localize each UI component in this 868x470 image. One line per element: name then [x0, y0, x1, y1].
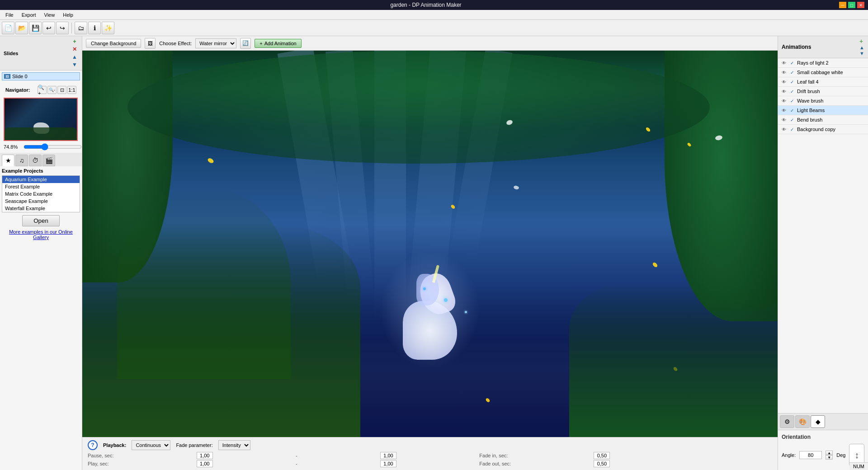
- anim-name: Bend brush: [797, 117, 865, 122]
- delete-slide-button[interactable]: ✕: [71, 46, 78, 53]
- right-tab-settings[interactable]: ⚙: [780, 415, 794, 428]
- reset-zoom-button[interactable]: 1:1: [67, 86, 76, 94]
- new-button[interactable]: 📄: [2, 22, 14, 34]
- fit-button[interactable]: ⊡: [57, 86, 66, 94]
- example-item-aquarium[interactable]: Aquarium Example: [2, 176, 80, 183]
- toolbar-separator: [71, 23, 72, 33]
- pause-from-input[interactable]: [197, 452, 213, 459]
- visibility-icon[interactable]: 👁: [781, 108, 787, 113]
- menu-bar: File Export View Help: [0, 10, 868, 20]
- angle-down-button[interactable]: ▼: [826, 455, 833, 460]
- example-section: Example Projects Aquarium Example Forest…: [0, 166, 82, 470]
- project-info-button[interactable]: 🗂: [75, 22, 87, 34]
- right-panel: Animations + ▲ ▼ 👁 ✓ Rays of light 2 👁 ✓…: [778, 36, 868, 470]
- anim-item-lightbeams[interactable]: 👁 ✓ Light Beams: [778, 106, 868, 115]
- choose-effect-label: Choose Effect:: [159, 41, 192, 46]
- minimize-button[interactable]: ─: [839, 2, 846, 8]
- right-tab-color[interactable]: 🎨: [795, 415, 810, 428]
- check-icon[interactable]: ✓: [789, 60, 795, 66]
- close-button[interactable]: ✕: [857, 2, 864, 8]
- maximize-button[interactable]: □: [848, 2, 855, 8]
- example-item-seascape[interactable]: Seascape Example: [2, 197, 80, 205]
- anim-item-bend[interactable]: 👁 ✓ Bend brush: [778, 115, 868, 125]
- redo-button[interactable]: ↪: [56, 22, 69, 34]
- example-item-forest[interactable]: Forest Example: [2, 183, 80, 190]
- anim-name: Light Beams: [797, 108, 865, 113]
- open-button[interactable]: Open: [22, 215, 60, 226]
- canvas[interactable]: [82, 51, 778, 437]
- right-tab-shape[interactable]: ◆: [811, 415, 825, 428]
- anim-item-drift[interactable]: 👁 ✓ Drift brush: [778, 87, 868, 96]
- fade-out-input[interactable]: [594, 460, 610, 467]
- example-item-waterfall[interactable]: Waterfall Example: [2, 205, 80, 212]
- right-tabs: ⚙ 🎨 ◆: [778, 413, 868, 430]
- check-icon[interactable]: ✓: [789, 126, 795, 132]
- add-slide-button[interactable]: +: [71, 38, 78, 45]
- check-icon[interactable]: ✓: [789, 79, 795, 85]
- playback-select[interactable]: Continuous Once Ping-pong: [132, 440, 170, 450]
- angle-up-button[interactable]: ▲: [826, 451, 833, 455]
- check-icon[interactable]: ✓: [789, 69, 795, 75]
- check-icon[interactable]: ✓: [789, 98, 795, 104]
- effect-select[interactable]: Water mirror None Blur Glow: [195, 38, 236, 48]
- anim-item-background[interactable]: 👁 ✓ Background copy: [778, 125, 868, 134]
- visibility-icon[interactable]: 👁: [781, 127, 787, 132]
- zoom-slider[interactable]: [24, 144, 82, 150]
- check-icon[interactable]: ✓: [789, 88, 795, 94]
- info-button[interactable]: ℹ: [88, 22, 101, 34]
- open-button[interactable]: 📂: [15, 22, 28, 34]
- effect-refresh-button[interactable]: 🔄: [240, 38, 251, 49]
- add-icon: +: [259, 41, 262, 46]
- anim-item-leaf[interactable]: 👁 ✓ Leaf fall 4: [778, 77, 868, 87]
- wand-button[interactable]: ✨: [102, 22, 114, 34]
- fade-select[interactable]: Intensity None: [218, 440, 250, 450]
- anim-name: Drift brush: [797, 89, 865, 94]
- move-slide-up-button[interactable]: ▲: [71, 53, 78, 61]
- more-examples-link[interactable]: More examples in our Online Gallery: [2, 229, 80, 240]
- anim-item-rays[interactable]: 👁 ✓ Rays of light 2: [778, 58, 868, 68]
- visibility-icon[interactable]: 👁: [781, 99, 787, 103]
- help-button[interactable]: ?: [88, 440, 98, 450]
- menu-export[interactable]: Export: [18, 11, 40, 19]
- tab-timer[interactable]: ⏱: [29, 155, 42, 166]
- angle-input[interactable]: [799, 451, 822, 459]
- play-from-input[interactable]: [197, 460, 213, 467]
- menu-help[interactable]: Help: [59, 11, 77, 19]
- tab-video[interactable]: 🎬: [42, 155, 55, 166]
- slide-label: Slide 0: [12, 74, 28, 79]
- visibility-icon[interactable]: 👁: [781, 89, 787, 94]
- example-item-matrix[interactable]: Matrix Code Example: [2, 190, 80, 197]
- anim-item-cabbage[interactable]: 👁 ✓ Small cabbage white: [778, 68, 868, 77]
- pause-to-input[interactable]: [380, 452, 396, 459]
- save-button[interactable]: 💾: [29, 22, 42, 34]
- tab-favorites[interactable]: ★: [2, 155, 14, 166]
- anim-name: Wave brush: [797, 98, 865, 103]
- zoom-out-button[interactable]: 🔍-: [47, 86, 57, 94]
- undo-button[interactable]: ↩: [42, 22, 55, 34]
- change-bg-icon[interactable]: 🖼: [145, 38, 156, 49]
- canvas-image: [82, 51, 778, 437]
- menu-file[interactable]: File: [2, 11, 17, 19]
- anim-item-wave[interactable]: 👁 ✓ Wave brush: [778, 96, 868, 106]
- navigator-section: Navigator: 🔍+ 🔍- ⊡ 1:1 74.8%: [0, 82, 82, 153]
- anim-name: Background copy: [797, 127, 865, 132]
- menu-view[interactable]: View: [41, 11, 59, 19]
- check-icon[interactable]: ✓: [789, 107, 795, 113]
- fade-in-input[interactable]: [594, 452, 610, 459]
- play-to-input[interactable]: [380, 460, 396, 467]
- tab-music[interactable]: ♫: [15, 155, 28, 166]
- visibility-icon[interactable]: 👁: [781, 118, 787, 122]
- slide-item[interactable]: 🖼 Slide 0: [2, 72, 80, 80]
- visibility-icon[interactable]: 👁: [781, 80, 787, 84]
- visibility-icon[interactable]: 👁: [781, 61, 787, 65]
- zoom-in-button[interactable]: 🔍+: [38, 86, 47, 94]
- visibility-icon[interactable]: 👁: [781, 70, 787, 75]
- animation-move-up-button[interactable]: ▲: [859, 45, 864, 50]
- add-animation-panel-button[interactable]: +: [859, 38, 864, 44]
- change-background-button[interactable]: Change Background: [86, 39, 141, 48]
- add-animation-button[interactable]: + Add Animation: [255, 39, 301, 48]
- window-controls[interactable]: ─ □ ✕: [839, 2, 864, 8]
- animation-move-down-button[interactable]: ▼: [859, 51, 864, 56]
- check-icon[interactable]: ✓: [789, 117, 795, 123]
- move-slide-down-button[interactable]: ▼: [71, 61, 78, 68]
